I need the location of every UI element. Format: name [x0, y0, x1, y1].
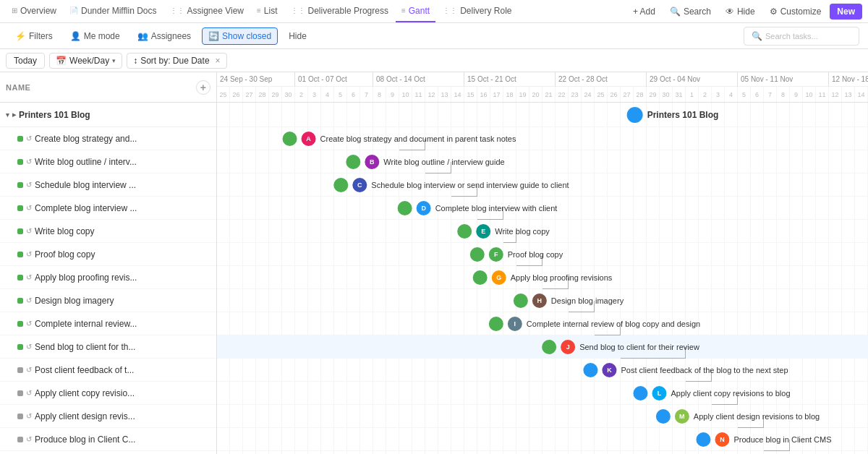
task-row[interactable]: ↺ Apply client copy revisio... [0, 382, 216, 405]
task-row[interactable]: ↺ Design blog imagery [0, 289, 216, 312]
new-button[interactable]: New [830, 4, 862, 20]
gantt-task-row: M Apply client design revisions to blog [217, 405, 868, 428]
task-row[interactable]: ↺ Write blog copy [0, 220, 216, 243]
today-button[interactable]: Today [6, 53, 45, 69]
task-row[interactable]: ↺ Apply blog proofing revis... [0, 266, 216, 289]
toolbar-hide-button[interactable]: Hide [282, 27, 313, 45]
week-day-button[interactable]: 📅 Week/Day ▾ [49, 53, 122, 69]
gantt-day-label: 31 [673, 87, 686, 102]
nav-gantt[interactable]: ≡ Gantt [396, 0, 435, 22]
nav-delivery[interactable]: ⋮⋮ Delivery Role [437, 0, 517, 22]
sort-icon: ↕ [133, 56, 137, 66]
me-mode-button[interactable]: 👤 Me mode [64, 27, 127, 45]
gantt-day-label: 5 [334, 87, 347, 102]
gantt-day-label: 30 [282, 87, 295, 102]
assignees-button[interactable]: 👥 Assignees [131, 27, 197, 45]
task-type-icon: ↺ [26, 158, 32, 166]
gantt-week-column: 05 Nov - 11 Nov567891011 [738, 72, 829, 102]
task-name: Create blog strategy and... [35, 134, 210, 144]
add-button[interactable]: + Add [627, 4, 661, 20]
task-row[interactable]: ↺ Schedule blog interview ... [0, 174, 216, 197]
task-milestone: B Write blog outline / interview guide [346, 155, 504, 169]
task-type-icon: ↺ [26, 181, 32, 189]
nav-overview[interactable]: ⊞ Overview [6, 0, 62, 22]
search-button[interactable]: 🔍 Search [664, 4, 717, 20]
task-color-indicator [17, 275, 23, 280]
filters-button[interactable]: ⚡ Filters [9, 27, 59, 45]
task-name: Apply blog proofing revis... [35, 273, 210, 283]
nav-list[interactable]: ≡ List [251, 0, 284, 22]
gantt-day-label: 15 [464, 87, 477, 102]
gantt-day-label: 11 [412, 87, 425, 102]
gantt-week-label: 22 Oct - 28 Oct [556, 72, 646, 87]
milestone-dot [333, 178, 348, 192]
task-row[interactable]: ↺ Proof blog copy [0, 243, 216, 266]
avatar: N [715, 432, 729, 447]
milestone-dot [542, 340, 556, 354]
task-list-panel: NAME + ▾ ▸ Printers 101 Blog ↺ Create bl… [0, 72, 217, 454]
task-row[interactable]: ↺ Produce blog in Client C... [0, 428, 216, 451]
gantt-week-label: 15 Oct - 21 Oct [464, 72, 555, 87]
task-color-indicator [17, 437, 23, 442]
milestone-dot [489, 317, 503, 331]
nav-assignee[interactable]: ⋮⋮ Assignee View [164, 0, 250, 22]
task-name: Write blog outline / interv... [35, 157, 210, 167]
avatar: E [476, 224, 490, 239]
gantt-week-label: 29 Oct - 04 Nov [647, 72, 737, 87]
gantt-week-label: 01 Oct - 07 Oct [295, 72, 373, 87]
search-tasks-input[interactable]: 🔍 Search tasks... [744, 27, 859, 46]
task-row[interactable]: ↺ Write blog outline / interv... [0, 150, 216, 174]
hide-button[interactable]: 👁 Hide [720, 4, 761, 20]
gantt-task-row: A Create blog strategy and document in p… [217, 127, 868, 150]
gantt-day-label: 12 [829, 87, 842, 102]
gantt-day-label: 13 [842, 87, 855, 102]
sort-clear-button[interactable]: × [216, 56, 221, 66]
task-type-icon: ↺ [26, 412, 32, 420]
task-type-icon: ↺ [26, 250, 32, 258]
gantt-day-label: 8 [777, 87, 790, 102]
sort-button[interactable]: ↕ Sort by: Due Date × [127, 53, 226, 69]
milestone-label: Create blog strategy and document in par… [320, 134, 516, 143]
task-row[interactable]: ↺ Create blog strategy and... [0, 127, 216, 150]
gantt-day-label: 29 [647, 87, 660, 102]
task-row[interactable]: ↺ Apply client design revis... [0, 405, 216, 428]
customize-button[interactable]: ⚙ Customize [764, 4, 827, 20]
nav-right-actions: + Add 🔍 Search 👁 Hide ⚙ Customize New [627, 4, 862, 20]
gantt-day-label: 27 [243, 87, 256, 102]
task-milestone: K Post client feedback of the blog to th… [583, 363, 788, 377]
gantt-task-row: B Write blog outline / interview guide [217, 150, 868, 174]
deliverable-icon: ⋮⋮ [291, 7, 305, 14]
task-row[interactable]: ↺ Send blog to client for th... [0, 335, 216, 359]
gantt-day-label: 4 [725, 87, 738, 102]
task-color-indicator [17, 298, 23, 304]
gantt-day-label: 10 [399, 87, 412, 102]
task-row[interactable]: ↺ Confirm client approval o... [0, 451, 216, 454]
add-column-button[interactable]: + [196, 80, 210, 95]
task-type-icon: ↺ [26, 273, 32, 281]
nav-deliverable[interactable]: ⋮⋮ Deliverable Progress [285, 0, 394, 22]
task-row[interactable]: ↺ Complete blog interview ... [0, 197, 216, 220]
task-row[interactable]: ↺ Post client feedback of t... [0, 359, 216, 382]
avatar: D [417, 201, 431, 215]
gantt-day-label: 12 [425, 87, 438, 102]
gantt-day-label: 19 [516, 87, 529, 102]
gantt-week-column: 08 Oct - 14 Oct891011121314 [373, 72, 464, 102]
show-closed-button[interactable]: 🔄 Show closed [202, 27, 278, 45]
milestone-dot [633, 386, 647, 401]
gantt-day-label: 5 [738, 87, 751, 102]
filter-icon: ⚡ [15, 31, 26, 41]
avatar: C [352, 178, 367, 192]
milestone-label: Write blog copy [495, 227, 550, 236]
task-color-indicator [17, 159, 23, 165]
task-color-indicator [17, 344, 23, 350]
milestone-label: Apply client copy revisions to blog [671, 389, 790, 398]
group-collapse-icon[interactable]: ▾ [6, 111, 9, 119]
nav-docs[interactable]: 📄 Dunder Mifflin Docs [64, 0, 162, 22]
gantt-panel[interactable]: 24 Sep - 30 Sep25262728293001 Oct - 07 O… [217, 72, 868, 454]
gantt-day-label: 30 [660, 87, 673, 102]
task-name: Write blog copy [35, 226, 210, 236]
date-nav: Today 📅 Week/Day ▾ ↕ Sort by: Due Date × [0, 49, 868, 72]
gantt-day-label: 6 [347, 87, 360, 102]
task-name: Proof blog copy [35, 249, 210, 260]
task-row[interactable]: ↺ Complete internal review... [0, 312, 216, 335]
